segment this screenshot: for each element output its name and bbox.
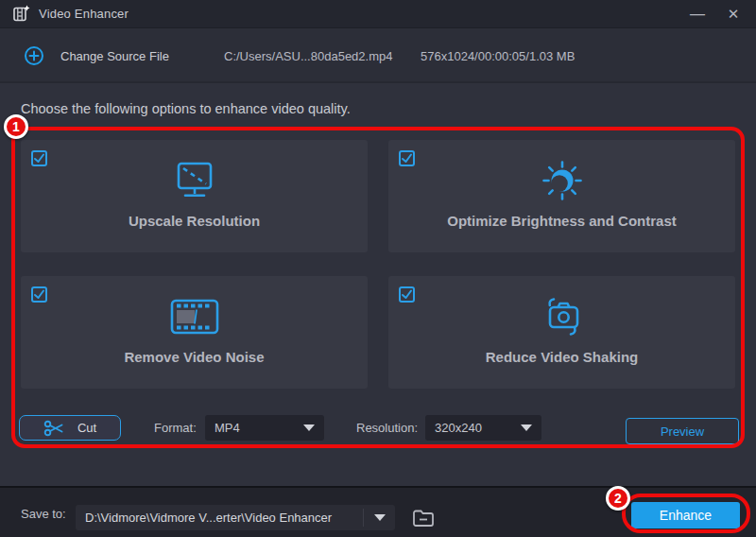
cut-button-label: Cut bbox=[77, 421, 96, 435]
open-output-folder-button[interactable] bbox=[409, 506, 438, 530]
save-path-field[interactable]: D:\Vidmore\Vidmore V...erter\Video Enhan… bbox=[76, 505, 395, 530]
chevron-down-icon bbox=[374, 514, 386, 521]
scissors-icon bbox=[43, 419, 64, 438]
change-source-file-button[interactable]: Change Source File bbox=[24, 42, 169, 70]
enhance-button[interactable]: Enhance bbox=[631, 502, 740, 528]
output-folder-icon bbox=[411, 507, 436, 529]
close-button[interactable]: ✕ bbox=[718, 0, 748, 28]
titlebar: Video Enhancer — ✕ bbox=[0, 0, 756, 28]
cut-button[interactable]: Cut bbox=[19, 415, 121, 441]
monitor-icon bbox=[172, 153, 217, 208]
optimize-brightness-checkbox[interactable] bbox=[399, 150, 415, 166]
film-noise-icon bbox=[170, 289, 219, 344]
resolution-value: 320x240 bbox=[435, 421, 521, 435]
chevron-down-icon bbox=[521, 424, 532, 431]
option-label: Remove Video Noise bbox=[124, 349, 264, 365]
page-title: Choose the following options to enhance … bbox=[21, 101, 351, 116]
option-card-upscale-resolution[interactable]: Upscale Resolution bbox=[21, 140, 368, 252]
remove-noise-checkbox[interactable] bbox=[31, 286, 47, 303]
window-title: Video Enhancer bbox=[39, 7, 129, 21]
add-plus-icon bbox=[24, 45, 44, 66]
format-value: MP4 bbox=[215, 421, 303, 435]
save-path-value: D:\Vidmore\Vidmore V...erter\Video Enhan… bbox=[76, 511, 363, 525]
source-file-path: C:/Users/ASU...80da5ed2.mp4 bbox=[224, 28, 392, 83]
brightness-sun-icon bbox=[540, 153, 585, 208]
resolution-label: Resolution: bbox=[356, 415, 418, 441]
format-dropdown[interactable]: MP4 bbox=[205, 415, 324, 441]
film-app-icon bbox=[11, 5, 30, 24]
save-to-label: Save to: bbox=[21, 488, 66, 537]
upscale-resolution-checkbox[interactable] bbox=[31, 150, 47, 166]
reduce-shaking-checkbox[interactable] bbox=[399, 286, 415, 303]
format-label: Format: bbox=[154, 415, 197, 441]
source-bar: Change Source File C:/Users/ASU...80da5e… bbox=[0, 28, 756, 83]
option-card-reduce-shaking[interactable]: Reduce Video Shaking bbox=[388, 276, 735, 389]
resolution-dropdown[interactable]: 320x240 bbox=[425, 415, 541, 441]
camera-shake-icon bbox=[538, 289, 587, 344]
option-label: Optimize Brightness and Contrast bbox=[447, 213, 677, 229]
chevron-down-icon bbox=[303, 424, 315, 431]
option-label: Upscale Resolution bbox=[129, 213, 260, 229]
save-path-dropdown-button[interactable] bbox=[364, 514, 395, 521]
video-enhancer-window: Video Enhancer — ✕ Change Source File C:… bbox=[0, 0, 756, 537]
annotation-step1-badge: 1 bbox=[4, 114, 28, 139]
option-card-optimize-brightness[interactable]: Optimize Brightness and Contrast bbox=[388, 140, 735, 252]
option-label: Reduce Video Shaking bbox=[486, 349, 638, 365]
preview-button[interactable]: Preview bbox=[626, 418, 739, 444]
source-file-info: 576x1024/00:00:05/1.03 MB bbox=[421, 28, 575, 83]
option-card-remove-noise[interactable]: Remove Video Noise bbox=[21, 276, 368, 389]
change-source-file-label: Change Source File bbox=[60, 49, 169, 63]
minimize-button[interactable]: — bbox=[682, 0, 713, 28]
